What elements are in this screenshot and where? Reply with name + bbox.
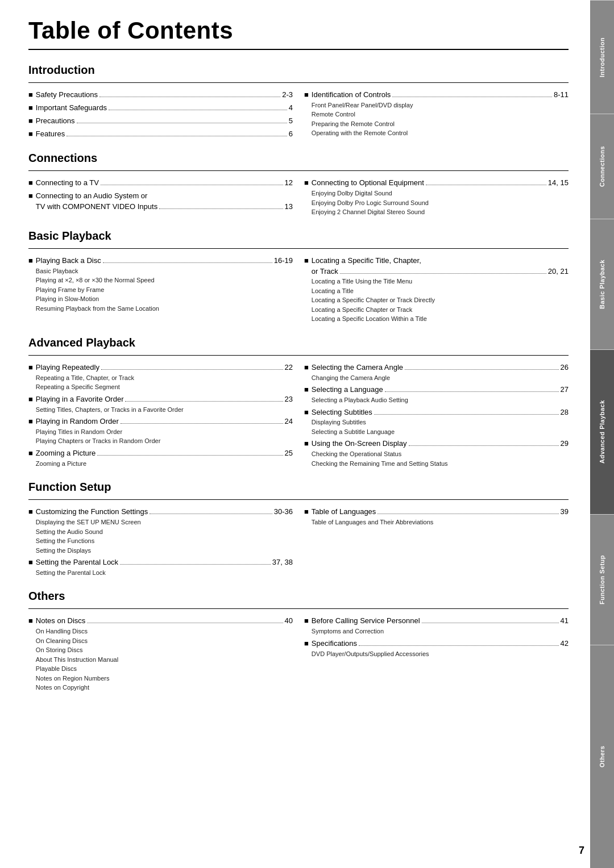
entry-title-line: Precautions 5 bbox=[36, 116, 293, 127]
entry-text-block: Playing Repeatedly 22 Repeating a Title,… bbox=[36, 362, 293, 392]
list-item: ■ Identification of Controls 8-11 Front … bbox=[304, 90, 569, 138]
sub-entry: DVD Player/Outputs/Supplied Accessories bbox=[312, 649, 569, 659]
bullet-icon: ■ bbox=[28, 103, 33, 114]
others-left-col: ■ Notes on Discs 40 On Handling Discs On… bbox=[28, 616, 293, 694]
entry-title-line: Connecting to a TV 12 bbox=[36, 178, 293, 189]
section-header-advanced-playback: Advanced Playback bbox=[28, 336, 569, 349]
entry-page: 13 bbox=[285, 202, 293, 212]
sub-entry: Playing Frame by Frame bbox=[36, 285, 293, 295]
entry-title: Before Calling Service Personnel bbox=[312, 616, 420, 627]
sub-entry: Repeating a Title, Chapter, or Track bbox=[36, 373, 293, 383]
list-item: ■ Connecting to Optional Equipment 14, 1… bbox=[304, 178, 569, 216]
entry-title: Specifications bbox=[312, 639, 357, 649]
bullet-icon: ■ bbox=[304, 178, 309, 216]
entry-title-line: Playing in Random Order 24 bbox=[36, 416, 293, 427]
side-tab-connections[interactable]: Connections bbox=[590, 114, 614, 219]
side-tab-basic-playback-label: Basic Playback bbox=[599, 260, 605, 309]
function-setup-cols: ■ Customizing the Function Settings 30-3… bbox=[28, 507, 569, 579]
entry-page: 42 bbox=[561, 639, 569, 649]
entry-page: 25 bbox=[285, 448, 293, 459]
sub-entry: Locating a Specific Location Within a Ti… bbox=[312, 314, 569, 324]
basic-playback-left-col: ■ Playing Back a Disc 16-19 Basic Playba… bbox=[28, 256, 293, 326]
entry-title-line: Playing in a Favorite Order 23 bbox=[36, 394, 293, 405]
advanced-playback-cols: ■ Playing Repeatedly 22 Repeating a Titl… bbox=[28, 362, 569, 470]
sub-entry: Notes on Region Numbers bbox=[36, 674, 293, 683]
section-others: Others ■ Notes on Discs 40 bbox=[28, 590, 569, 694]
entry-dots bbox=[109, 110, 287, 110]
list-item: ■ Important Safeguards 4 bbox=[28, 103, 293, 114]
entry-text-block: Locating a Specific Title, Chapter, or T… bbox=[312, 256, 569, 324]
sub-entry: Setting the Functions bbox=[36, 536, 293, 546]
list-item: ■ Precautions 5 bbox=[28, 116, 293, 127]
entry-page: 14, 15 bbox=[548, 178, 569, 189]
entry-page: 37, 38 bbox=[272, 557, 293, 568]
entry-dots bbox=[405, 369, 559, 370]
basic-playback-cols: ■ Playing Back a Disc 16-19 Basic Playba… bbox=[28, 256, 569, 326]
entry-dots bbox=[99, 97, 280, 97]
page-container: Table of Contents Introduction ■ Safety … bbox=[0, 0, 614, 868]
entry-title: Using the On-Screen Display bbox=[312, 439, 407, 449]
side-tab-introduction[interactable]: Introduction bbox=[590, 0, 614, 114]
entry-page: 23 bbox=[285, 394, 293, 405]
bullet-icon: ■ bbox=[304, 439, 309, 468]
section-function-setup: Function Setup ■ Customizing the Functio… bbox=[28, 481, 569, 579]
entry-title-line: Customizing the Function Settings 30-36 bbox=[36, 507, 293, 518]
sub-entry: Selecting a Subtitle Language bbox=[312, 427, 569, 437]
connections-cols: ■ Connecting to a TV 12 bbox=[28, 178, 569, 219]
entry-title: Notes on Discs bbox=[36, 616, 85, 627]
side-tab-others[interactable]: Others bbox=[590, 645, 614, 868]
list-item: ■ Selecting a Language 27 Selecting a Pl… bbox=[304, 385, 569, 404]
section-header-others: Others bbox=[28, 590, 569, 603]
entry-text-block: Connecting to Optional Equipment 14, 15 … bbox=[312, 178, 569, 216]
introduction-right-col: ■ Identification of Controls 8-11 Front … bbox=[304, 90, 569, 141]
entry-dots bbox=[101, 369, 283, 370]
sub-entry: Setting Titles, Chapters, or Tracks in a… bbox=[36, 405, 293, 415]
entry-text-block: Selecting a Language 27 Selecting a Play… bbox=[312, 385, 569, 404]
sub-entry: Table of Languages and Their Abbreviatio… bbox=[312, 518, 569, 527]
entry-text-block: Precautions 5 bbox=[36, 116, 293, 127]
sub-entry: Playing Chapters or Tracks in Random Ord… bbox=[36, 436, 293, 446]
sub-entry: Locating a Title bbox=[312, 286, 569, 296]
entry-dots bbox=[377, 514, 558, 514]
entry-page: 16-19 bbox=[274, 256, 293, 266]
entry-title: Zooming a Picture bbox=[36, 448, 96, 459]
side-tab-function-setup[interactable]: Function Setup bbox=[590, 514, 614, 645]
entry-title: Precautions bbox=[36, 116, 75, 127]
entry-dots bbox=[385, 391, 559, 392]
side-tab-connections-label: Connections bbox=[599, 146, 605, 187]
bullet-icon: ■ bbox=[28, 129, 33, 140]
section-rule-basic-playback bbox=[28, 248, 569, 249]
entry-page: 29 bbox=[561, 439, 569, 449]
entry-dots bbox=[340, 273, 546, 274]
entry-title-line: Notes on Discs 40 bbox=[36, 616, 293, 627]
section-introduction: Introduction ■ Safety Precautions 2-3 bbox=[28, 64, 569, 141]
entry-dots bbox=[392, 97, 552, 97]
sub-entry: Displaying the SET UP MENU Screen bbox=[36, 518, 293, 527]
side-tab-basic-playback[interactable]: Basic Playback bbox=[590, 219, 614, 349]
entry-title-cont: TV with COMPONENT VIDEO Inputs bbox=[36, 202, 157, 212]
entry-title-line: Zooming a Picture 25 bbox=[36, 448, 293, 459]
entry-page: 24 bbox=[285, 416, 293, 427]
entry-text-block: Playing in Random Order 24 Playing Title… bbox=[36, 416, 293, 446]
sub-entry: On Cleaning Discs bbox=[36, 636, 293, 646]
entry-title: Connecting to a TV bbox=[36, 178, 99, 189]
entry-title-line: Table of Languages 39 bbox=[312, 507, 569, 518]
side-tab-function-setup-label: Function Setup bbox=[599, 555, 605, 604]
side-tab-advanced-playback[interactable]: Advanced Playback bbox=[590, 349, 614, 514]
sub-entry: Changing the Camera Angle bbox=[312, 373, 569, 383]
entry-title: Connecting to Optional Equipment bbox=[312, 178, 424, 189]
entry-title: Features bbox=[36, 129, 65, 140]
sub-entry: Repeating a Specific Segment bbox=[36, 382, 293, 392]
bullet-icon: ■ bbox=[28, 448, 33, 468]
entry-page: 30-36 bbox=[274, 507, 293, 518]
entry-title: Customizing the Function Settings bbox=[36, 507, 148, 518]
entry-page: 5 bbox=[289, 116, 293, 127]
entry-text-block: Specifications 42 DVD Player/Outputs/Sup… bbox=[312, 639, 569, 658]
entry-dots bbox=[120, 564, 271, 565]
others-right-col: ■ Before Calling Service Personnel 41 Sy… bbox=[304, 616, 569, 694]
section-advanced-playback: Advanced Playback ■ Playing Repeatedly 2… bbox=[28, 336, 569, 470]
entry-text-block: Features 6 bbox=[36, 129, 293, 140]
sub-entry: Playing in Slow-Motion bbox=[36, 294, 293, 304]
entry-text-block: Zooming a Picture 25 Zooming a Picture bbox=[36, 448, 293, 468]
entry-title: Playing in Random Order bbox=[36, 416, 119, 427]
